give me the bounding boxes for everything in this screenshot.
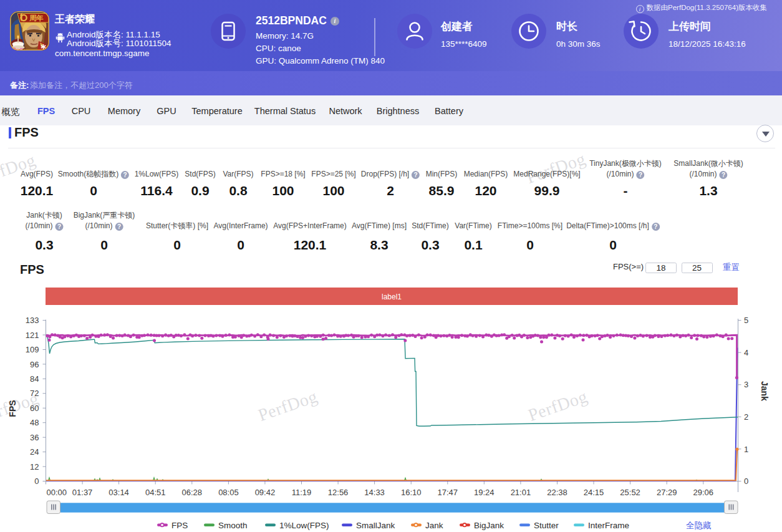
- svg-text:109: 109: [26, 345, 39, 354]
- svg-text:27:29: 27:29: [657, 488, 677, 497]
- svg-text:InterFrame: InterFrame: [588, 521, 629, 530]
- svg-text:5: 5: [744, 316, 748, 325]
- svg-text:133: 133: [26, 316, 39, 325]
- svg-text:08:05: 08:05: [218, 488, 239, 497]
- svg-text:4: 4: [744, 348, 748, 357]
- svg-text:36: 36: [30, 433, 39, 442]
- svg-text:17:47: 17:47: [438, 488, 458, 497]
- svg-text:FPS: FPS: [7, 400, 17, 417]
- svg-text:全隐藏: 全隐藏: [686, 521, 712, 530]
- svg-text:Jank: Jank: [760, 381, 770, 401]
- svg-text:14:33: 14:33: [364, 488, 385, 497]
- svg-text:03:14: 03:14: [109, 488, 129, 497]
- svg-text:FPS: FPS: [171, 521, 188, 530]
- svg-text:12: 12: [30, 462, 39, 472]
- svg-text:24:15: 24:15: [584, 488, 604, 497]
- svg-text:04:51: 04:51: [145, 488, 166, 497]
- svg-text:2: 2: [744, 412, 748, 422]
- svg-text:09:42: 09:42: [255, 488, 276, 497]
- svg-text:12:56: 12:56: [328, 488, 349, 497]
- svg-text:SmallJank: SmallJank: [356, 521, 395, 530]
- svg-text:60: 60: [30, 404, 39, 413]
- svg-text:0: 0: [34, 476, 39, 486]
- svg-text:Jank: Jank: [425, 521, 443, 530]
- svg-text:00:00: 00:00: [47, 488, 67, 497]
- svg-text:84: 84: [30, 374, 39, 384]
- svg-text:21:01: 21:01: [511, 488, 531, 497]
- svg-text:3: 3: [744, 380, 748, 389]
- svg-text:0: 0: [744, 476, 748, 486]
- svg-text:1%Low(FPS): 1%Low(FPS): [279, 521, 329, 530]
- svg-text:BigJank: BigJank: [474, 521, 504, 530]
- svg-text:16:10: 16:10: [401, 488, 422, 497]
- svg-text:Smooth: Smooth: [218, 521, 248, 530]
- svg-text:1: 1: [744, 445, 748, 454]
- svg-text:label1: label1: [382, 293, 402, 301]
- svg-text:121: 121: [26, 331, 39, 340]
- svg-text:29:06: 29:06: [693, 488, 714, 497]
- svg-text:24: 24: [30, 447, 39, 457]
- svg-text:96: 96: [30, 360, 39, 369]
- svg-text:06:28: 06:28: [182, 488, 203, 497]
- svg-text:22:38: 22:38: [547, 488, 567, 497]
- svg-text:72: 72: [30, 389, 39, 398]
- svg-text:11:19: 11:19: [292, 488, 312, 497]
- svg-text:Stutter: Stutter: [534, 521, 559, 530]
- svg-text:48: 48: [30, 418, 39, 427]
- svg-text:19:24: 19:24: [474, 488, 495, 497]
- svg-text:01:37: 01:37: [72, 488, 93, 497]
- svg-text:25:52: 25:52: [620, 488, 640, 497]
